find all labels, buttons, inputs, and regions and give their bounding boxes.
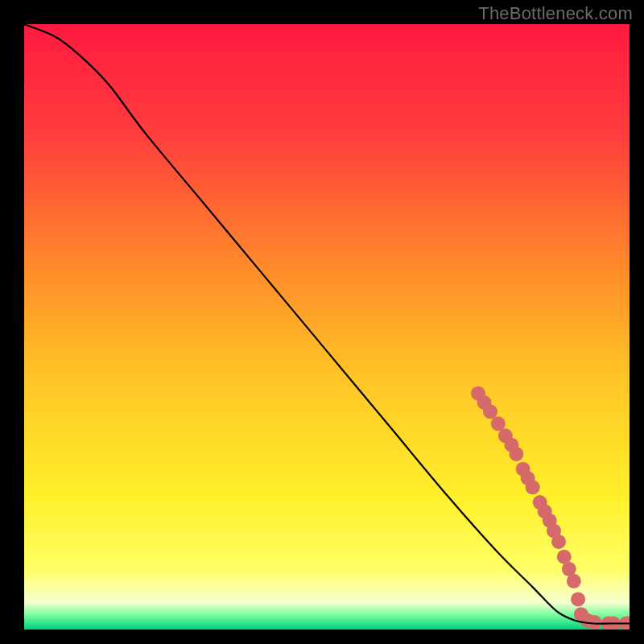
plot-area bbox=[24, 24, 630, 630]
data-point bbox=[571, 592, 585, 606]
data-point bbox=[567, 574, 581, 588]
chart-container: TheBottleneck.com bbox=[0, 0, 644, 644]
data-markers bbox=[471, 386, 630, 630]
data-point bbox=[551, 535, 566, 549]
chart-svg bbox=[24, 24, 630, 630]
data-point bbox=[509, 447, 523, 461]
bottleneck-curve bbox=[24, 24, 630, 624]
data-point bbox=[491, 416, 506, 431]
watermark-text: TheBottleneck.com bbox=[478, 3, 633, 24]
data-point bbox=[526, 480, 540, 494]
data-point bbox=[483, 404, 497, 419]
